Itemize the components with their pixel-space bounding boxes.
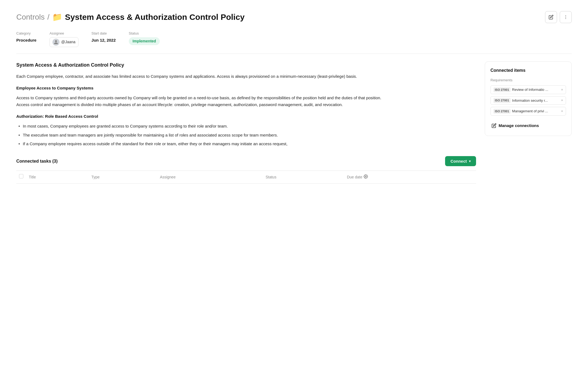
page-title: System Access & Authorization Control Po… (65, 11, 245, 23)
tag-close-icon[interactable]: × (561, 98, 563, 103)
category-label: Category (16, 31, 36, 36)
doc-intro: Each Company employee, contractor, and a… (16, 73, 476, 80)
col-type: Type (89, 171, 157, 184)
section1-text: Access to Company systems and third-part… (16, 95, 476, 108)
tag-label: ISO 27001 (493, 109, 511, 114)
requirements-tag-list: ISO 27001 Review of Informatio ... × ISO… (490, 85, 566, 116)
avatar (52, 39, 60, 46)
tag-close-icon[interactable]: × (561, 87, 563, 92)
content-area: System Access & Authorization Control Po… (16, 61, 572, 184)
start-date-label: Start date (92, 31, 116, 36)
edit-icon (549, 15, 553, 20)
col-assignee: Assignee (157, 171, 263, 184)
meta-assignee: Assignee @Jaana (49, 31, 78, 47)
section1-title: Employee Access to Company Systems (16, 85, 476, 91)
gear-button[interactable] (364, 174, 368, 180)
list-item: In most cases, Company employees are gra… (18, 123, 476, 130)
col-due-date: Due date (344, 171, 476, 184)
tag-item: ISO 27001 Review of Informatio ... × (490, 85, 566, 94)
status-badge: Implemented (129, 37, 160, 45)
sidebar-title: Connected items (490, 67, 566, 74)
connected-items-sidebar: Connected items Requirements ISO 27001 R… (485, 61, 572, 136)
more-button[interactable] (560, 11, 572, 23)
section2-list: In most cases, Company employees are gra… (16, 123, 476, 147)
connect-label: Connect (451, 159, 467, 163)
svg-point-1 (565, 17, 566, 17)
assignee-wrapper[interactable]: @Jaana (49, 37, 78, 47)
tag-text: Information security r... (512, 98, 558, 103)
col-title: Title (26, 171, 89, 184)
gear-icon (364, 174, 368, 179)
svg-point-3 (55, 40, 57, 42)
status-label: Status (129, 31, 160, 36)
main-content: System Access & Authorization Control Po… (16, 61, 476, 184)
manage-connections-label: Manage connections (499, 123, 539, 128)
edit-button[interactable] (545, 11, 557, 23)
doc-title: System Access & Authorization Control Po… (16, 61, 476, 69)
select-all-col (16, 171, 26, 184)
category-value: Procedure (16, 37, 36, 44)
tag-item: ISO 27001 Information security r... × (490, 96, 566, 105)
tasks-title: Connected tasks (3) (16, 158, 58, 165)
col-status: Status (263, 171, 344, 184)
list-item: If a Company employee requires access ou… (18, 141, 476, 147)
svg-point-4 (365, 176, 366, 177)
header-actions (545, 11, 572, 23)
tag-label: ISO 27001 (493, 87, 511, 92)
connect-button[interactable]: Connect ▾ (445, 156, 476, 166)
folder-icon: 📁 (52, 11, 62, 23)
meta-category: Category Procedure (16, 31, 36, 43)
tag-close-icon[interactable]: × (561, 109, 563, 114)
meta-status: Status Implemented (129, 31, 160, 45)
meta-row: Category Procedure Assignee @Jaana Start… (16, 31, 572, 54)
assignee-label: Assignee (49, 31, 78, 36)
tasks-header: Connected tasks (3) Connect ▾ (16, 156, 476, 166)
tag-label: ISO 27001 (493, 98, 511, 103)
manage-connections-button[interactable]: Manage connections (490, 121, 566, 130)
tag-text: Management of privi ... (512, 109, 558, 114)
tasks-section: Connected tasks (3) Connect ▾ Titl (16, 156, 476, 184)
breadcrumb: Controls / 📁 System Access & Authorizati… (16, 11, 245, 23)
svg-point-0 (565, 15, 566, 16)
tag-item: ISO 27001 Management of privi ... × (490, 107, 566, 116)
breadcrumb-controls-link[interactable]: Controls (16, 11, 45, 23)
section2-title: Authorization: Role Based Access Control (16, 113, 476, 120)
start-date-value: Jun 12, 2022 (92, 37, 116, 44)
requirements-label: Requirements (490, 78, 566, 83)
tasks-table: Title Type Assignee Status (16, 171, 476, 184)
chevron-down-icon: ▾ (469, 159, 471, 163)
select-all-checkbox[interactable] (19, 174, 23, 178)
more-icon (563, 15, 568, 20)
svg-point-2 (565, 18, 566, 19)
assignee-name: @Jaana (61, 39, 75, 45)
page-header: Controls / 📁 System Access & Authorizati… (16, 11, 572, 23)
meta-start-date: Start date Jun 12, 2022 (92, 31, 116, 43)
tag-text: Review of Informatio ... (512, 87, 558, 92)
breadcrumb-separator: / (47, 11, 49, 23)
pencil-icon (492, 123, 496, 128)
list-item: The executive team and team managers are… (18, 132, 476, 139)
